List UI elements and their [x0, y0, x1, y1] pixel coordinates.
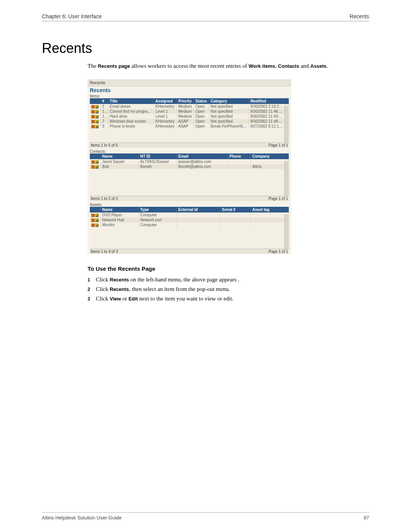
- edit-icon[interactable]: [95, 110, 99, 113]
- edit-icon[interactable]: [95, 224, 99, 227]
- table-row[interactable]: Jared SasserALTIRIS\JSasserjsasser@altir…: [90, 159, 289, 164]
- row-actions[interactable]: [90, 109, 100, 114]
- view-icon[interactable]: [91, 105, 95, 109]
- view-icon[interactable]: [91, 224, 95, 227]
- assets-footer: Items 1 to 3 of 3 Page 1 of 1: [90, 249, 289, 254]
- table-row[interactable]: DVD PlayerComputer: [90, 212, 289, 217]
- scrollbar[interactable]: [284, 161, 289, 196]
- page-header: Chapter 6: User Interface Recents: [42, 13, 369, 21]
- scrollbar[interactable]: [284, 214, 289, 249]
- items-footer: Items 1 to 5 of 5 Page 1 of 1: [90, 142, 289, 148]
- header-left: Chapter 6: User Interface: [42, 13, 102, 19]
- contacts-header-row: Name NT ID Email Phone Company: [90, 153, 289, 159]
- steps-list: Click Recents on the left-hand menu, the…: [88, 275, 369, 304]
- row-actions[interactable]: [90, 104, 100, 109]
- row-actions[interactable]: [90, 124, 100, 129]
- items-header-row: # Title Assigned Priority Status Categor…: [90, 98, 289, 104]
- edit-icon[interactable]: [95, 115, 99, 118]
- intro-paragraph: The Recents page allows workers to acces…: [88, 62, 369, 70]
- edit-icon[interactable]: [95, 160, 99, 164]
- table-row[interactable]: 11Hard driveLevel 1MediumOpenNot specifi…: [90, 114, 289, 119]
- footer-left: Altiris Helpdesk Solution User Guide: [42, 515, 122, 521]
- row-actions[interactable]: [90, 164, 100, 169]
- assets-header-row: Name Type External Id Serial # Asset tag: [90, 207, 289, 212]
- table-row[interactable]: MonitorComputer: [90, 222, 289, 227]
- view-icon[interactable]: [91, 219, 95, 222]
- step-item: Click View or Edit next to the item you …: [88, 294, 369, 304]
- panel-title: Recents: [88, 86, 291, 93]
- view-icon[interactable]: [91, 120, 95, 123]
- items-label: Items:: [88, 93, 291, 98]
- contacts-footer: Items 1 to 2 of 2 Page 1 of 1: [90, 196, 289, 201]
- edit-icon[interactable]: [95, 120, 99, 123]
- subheading: To Use the Recents Page: [88, 265, 369, 272]
- table-row[interactable]: 7Windows blue screenKHennebryASAPOpenNot…: [90, 119, 289, 124]
- row-actions[interactable]: [90, 119, 100, 124]
- header-right: Recents: [350, 13, 369, 19]
- view-icon[interactable]: [91, 160, 95, 164]
- page-title: Recents: [42, 40, 369, 56]
- footer-page-number: 87: [364, 515, 369, 521]
- edit-icon[interactable]: [95, 214, 99, 217]
- assets-grid: Name Type External Id Serial # Asset tag…: [90, 207, 289, 254]
- edit-icon[interactable]: [95, 105, 99, 109]
- row-actions[interactable]: [90, 159, 100, 164]
- contacts-grid: Name NT ID Email Phone Company Jared Sas…: [90, 153, 289, 201]
- view-icon[interactable]: [91, 165, 95, 169]
- row-actions[interactable]: [90, 217, 100, 222]
- items-grid: # Title Assigned Priority Status Categor…: [90, 98, 289, 148]
- row-actions[interactable]: [90, 114, 100, 119]
- scrollbar[interactable]: [284, 106, 289, 142]
- table-row[interactable]: 12Cannot find my progra...Level 1MediumO…: [90, 109, 289, 114]
- page-footer: Altiris Helpdesk Solution User Guide 87: [42, 512, 369, 521]
- window-title: Recents: [88, 79, 291, 86]
- view-icon[interactable]: [91, 214, 95, 217]
- step-item: Click Recents on the left-hand menu, the…: [88, 275, 369, 284]
- view-icon[interactable]: [91, 110, 95, 113]
- assets-label: Assets:: [88, 202, 291, 207]
- edit-icon[interactable]: [95, 165, 99, 169]
- view-icon[interactable]: [91, 115, 95, 118]
- view-icon[interactable]: [91, 125, 95, 128]
- edit-icon[interactable]: [95, 125, 99, 128]
- row-actions[interactable]: [90, 222, 100, 227]
- edit-icon[interactable]: [95, 219, 99, 222]
- table-row[interactable]: Network HubNetwork port: [90, 217, 289, 222]
- row-actions[interactable]: [90, 212, 100, 217]
- table-row[interactable]: 2Email doesnKHennebryMediumOpenNot speci…: [90, 104, 289, 109]
- step-item: Click Recents, then select an item from …: [88, 284, 369, 294]
- contacts-label: Contacts:: [88, 149, 291, 153]
- recents-screenshot: Recents Recents Items: # Title Assigned …: [88, 79, 291, 254]
- table-row[interactable]: 3Phone is brokeKHennebryASAPOpenBreak-Fi…: [90, 124, 289, 129]
- table-row[interactable]: BobBsmithBsmith@altiris.comAltiris: [90, 164, 289, 169]
